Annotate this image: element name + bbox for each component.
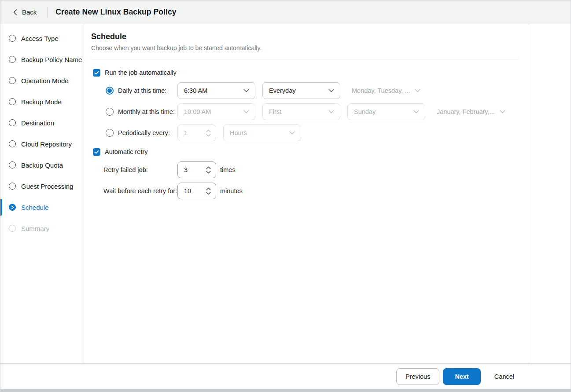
wizard-steps-sidebar: Access Type Backup Policy Name Operation… <box>0 24 84 363</box>
run-automatically-label[interactable]: Run the job automatically <box>105 69 177 76</box>
sidebar-item-cloud-repository[interactable]: Cloud Repository <box>0 133 84 154</box>
step-circle-icon <box>9 98 16 105</box>
sidebar-item-label: Access Type <box>21 35 59 42</box>
sidebar-item-backup-mode[interactable]: Backup Mode <box>0 91 84 112</box>
step-circle-icon <box>9 140 16 147</box>
automatic-retry-checkbox[interactable] <box>93 148 100 156</box>
sidebar-item-label: Backup Quota <box>21 161 63 169</box>
daily-days-value: Monday, Tuesday, ... <box>352 87 410 94</box>
chevron-left-icon <box>13 9 17 15</box>
chevron-down-icon <box>415 89 420 92</box>
section-subtitle: Choose when you want backup job to be st… <box>91 44 518 51</box>
step-circle-icon <box>9 183 16 190</box>
sidebar-item-summary: Summary <box>0 218 84 239</box>
monthly-radio[interactable] <box>106 108 114 116</box>
daily-time-select[interactable]: 6:30 AM <box>177 82 255 99</box>
chevron-up-icon[interactable] <box>206 166 211 169</box>
monthly-months-select: January, February,... <box>432 108 505 115</box>
section-header: Schedule Choose when you want backup job… <box>91 24 518 51</box>
wizard-header: Back Create New Linux Backup Policy <box>0 0 571 24</box>
chevron-down-icon[interactable] <box>206 192 211 195</box>
daily-label[interactable]: Daily at this time: <box>118 87 166 94</box>
check-icon <box>94 150 99 154</box>
sidebar-item-backup-quota[interactable]: Backup Quota <box>0 154 84 176</box>
run-automatically-checkbox[interactable] <box>93 69 100 77</box>
schedule-form: Run the job automatically Daily at this … <box>91 59 518 199</box>
wizard-body: Access Type Backup Policy Name Operation… <box>0 24 571 363</box>
sidebar-item-label: Summary <box>21 225 49 232</box>
chevron-down-icon <box>500 110 505 114</box>
back-button[interactable]: Back <box>11 6 38 18</box>
sidebar-item-guest-processing[interactable]: Guest Processing <box>0 176 84 197</box>
chevron-right-icon <box>9 204 16 211</box>
sidebar-item-label: Backup Mode <box>21 98 62 106</box>
run-automatically-row: Run the job automatically <box>93 68 518 77</box>
previous-button[interactable]: Previous <box>396 368 439 385</box>
monthly-time-value: 10:00 AM <box>184 108 211 115</box>
step-circle-icon <box>9 119 16 126</box>
sidebar-item-schedule[interactable]: Schedule <box>0 197 84 218</box>
daily-days-select: Monday, Tuesday, ... <box>347 87 420 94</box>
page-title: Create New Linux Backup Policy <box>55 7 176 17</box>
daily-option-row: Daily at this time: 6:30 AM Everyday <box>106 82 518 99</box>
periodically-value-spinner: 1 <box>177 125 216 141</box>
wait-minutes-suffix: minutes <box>220 187 243 194</box>
monthly-week-select: First <box>262 103 340 120</box>
spinner-arrows <box>206 187 211 195</box>
sidebar-item-label: Cloud Repository <box>21 140 72 148</box>
daily-frequency-select[interactable]: Everyday <box>262 82 340 99</box>
retry-count-suffix: times <box>220 166 236 173</box>
chevron-down-icon[interactable] <box>206 171 211 174</box>
monthly-controls: 10:00 AM First Sunday <box>177 103 505 120</box>
step-circle-icon <box>9 35 16 42</box>
monthly-label[interactable]: Monthly at this time: <box>118 108 175 115</box>
periodically-label[interactable]: Periodically every: <box>118 129 170 136</box>
monthly-weekday-select: Sunday <box>347 103 425 120</box>
sidebar-item-destination[interactable]: Destination <box>0 112 84 133</box>
header-divider <box>47 7 48 18</box>
daily-radio[interactable] <box>106 87 114 95</box>
periodically-option-row: Periodically every: 1 Hou <box>106 125 518 141</box>
chevron-up-icon <box>206 129 211 132</box>
periodically-unit-select: Hours <box>223 125 301 141</box>
check-icon <box>94 71 99 75</box>
automatic-retry-label[interactable]: Automatic retry <box>105 148 148 155</box>
chevron-down-icon <box>413 110 419 114</box>
chevron-down-icon <box>243 110 249 114</box>
monthly-week-value: First <box>269 108 281 115</box>
wait-minutes-value: 10 <box>184 187 191 194</box>
periodically-unit-value: Hours <box>230 129 247 136</box>
monthly-option-head: Monthly at this time: <box>106 108 177 116</box>
chevron-down-icon <box>328 110 334 114</box>
sidebar-item-label: Operation Mode <box>21 77 69 84</box>
back-label: Back <box>22 8 37 16</box>
chevron-down-icon <box>289 131 295 135</box>
sidebar-item-backup-policy-name[interactable]: Backup Policy Name <box>0 49 84 70</box>
periodically-controls: 1 Hours <box>177 125 301 141</box>
step-circle-icon <box>9 161 16 169</box>
step-circle-icon <box>9 225 16 232</box>
periodically-radio[interactable] <box>106 129 114 137</box>
retry-failed-label: Retry failed job: <box>103 166 177 173</box>
monthly-weekday-value: Sunday <box>354 108 376 115</box>
schedule-panel: Schedule Choose when you want backup job… <box>84 24 529 363</box>
wait-minutes-spinner[interactable]: 10 <box>177 183 216 199</box>
next-button[interactable]: Next <box>443 368 480 385</box>
wait-retry-label: Wait before each retry for: <box>103 187 177 194</box>
right-gutter <box>529 24 571 363</box>
step-circle-icon <box>9 77 16 84</box>
chevron-down-icon <box>243 89 249 92</box>
sidebar-item-operation-mode[interactable]: Operation Mode <box>0 70 84 91</box>
retry-settings: Retry failed job: 3 times Wait before ea… <box>91 161 518 199</box>
wizard-footer: Previous Next Cancel <box>0 363 571 389</box>
monthly-time-select: 10:00 AM <box>177 103 255 120</box>
sidebar-item-access-type[interactable]: Access Type <box>0 28 84 49</box>
retry-count-spinner[interactable]: 3 <box>177 161 216 178</box>
chevron-down-icon <box>328 89 334 92</box>
sidebar-item-label: Schedule <box>21 204 49 211</box>
chevron-up-icon[interactable] <box>206 187 211 191</box>
spinner-arrows <box>206 129 211 137</box>
cancel-button[interactable]: Cancel <box>487 368 521 385</box>
wizard-window: Back Create New Linux Backup Policy Acce… <box>0 0 571 392</box>
sidebar-item-label: Destination <box>21 119 54 127</box>
